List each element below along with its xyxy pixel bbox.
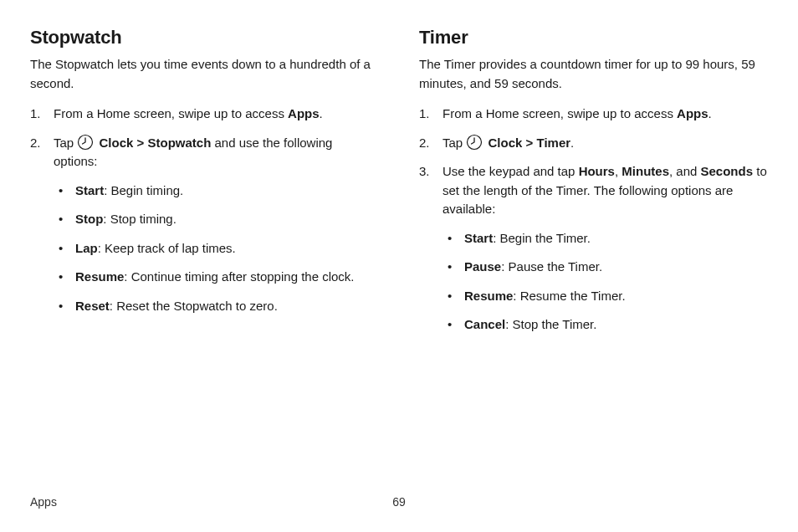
text: Tap <box>442 136 466 150</box>
clock-icon <box>466 134 483 151</box>
list-item: Lap: Keep track of lap times. <box>54 239 379 258</box>
list-item: Resume: Continue timing after stopping t… <box>54 268 379 287</box>
text: From a Home screen, swipe up to access <box>442 106 677 120</box>
option-term: Reset <box>75 299 110 313</box>
column-stopwatch: Stopwatch The Stopwatch lets you time ev… <box>30 27 379 345</box>
page-footer: Apps 69 <box>30 495 768 509</box>
option-desc: : Stop timing. <box>103 212 176 226</box>
list-item: Resume: Resume the Timer. <box>442 287 768 306</box>
page-number: 69 <box>392 495 406 509</box>
option-desc: : Pause the Timer. <box>501 259 602 274</box>
clock-label: Clock <box>489 136 523 150</box>
option-term: Pause <box>464 259 501 274</box>
step-1: From a Home screen, swipe up to access A… <box>30 105 379 124</box>
option-desc: : Continue timing after stopping the clo… <box>124 269 354 284</box>
step-2: Tap Clock > Timer. <box>419 134 768 153</box>
text: Use the keypad and tap <box>442 164 579 178</box>
step-2: Tap Clock > Stopwatch and use the follow… <box>30 134 379 316</box>
text: From a Home screen, swipe up to access <box>54 106 288 120</box>
seconds-label: Seconds <box>701 164 754 178</box>
options-stopwatch: Start: Begin timing. Stop: Stop timing. … <box>54 182 379 316</box>
intro-stopwatch: The Stopwatch lets you time events down … <box>30 55 379 93</box>
option-term: Resume <box>75 269 124 284</box>
text: . <box>320 106 323 120</box>
chevron-icon: > <box>137 136 145 150</box>
options-timer: Start: Begin the Timer. Pause: Pause the… <box>442 229 768 335</box>
option-term: Resume <box>464 289 513 303</box>
footer-section: Apps <box>30 495 57 509</box>
option-desc: : Begin timing. <box>104 183 183 197</box>
step-1: From a Home screen, swipe up to access A… <box>419 105 768 124</box>
steps-timer: From a Home screen, swipe up to access A… <box>419 105 768 335</box>
apps-label: Apps <box>677 106 708 120</box>
heading-timer: Timer <box>419 27 768 49</box>
list-item: Stop: Stop timing. <box>54 210 379 229</box>
hours-label: Hours <box>579 164 615 178</box>
option-desc: : Begin the Timer. <box>493 231 591 245</box>
list-item: Start: Begin the Timer. <box>442 229 768 248</box>
option-term: Start <box>464 231 493 245</box>
heading-stopwatch: Stopwatch <box>30 27 379 49</box>
option-desc: : Stop the Timer. <box>505 317 596 331</box>
clock-icon <box>77 134 94 151</box>
option-desc: : Reset the Stopwatch to zero. <box>110 299 278 313</box>
option-term: Lap <box>75 241 98 255</box>
chevron-icon: > <box>526 136 534 150</box>
intro-timer: The Timer provides a countdown timer for… <box>419 55 768 93</box>
clock-label: Clock <box>100 136 134 150</box>
option-desc: : Resume the Timer. <box>513 289 625 303</box>
list-item: Pause: Pause the Timer. <box>442 258 768 277</box>
minutes-label: Minutes <box>622 164 669 178</box>
column-timer: Timer The Timer provides a countdown tim… <box>419 27 768 345</box>
option-term: Start <box>75 183 104 197</box>
list-item: Cancel: Stop the Timer. <box>442 315 768 335</box>
list-item: Start: Begin timing. <box>54 182 379 201</box>
text: Tap <box>54 136 77 150</box>
steps-stopwatch: From a Home screen, swipe up to access A… <box>30 105 379 315</box>
list-item: Reset: Reset the Stopwatch to zero. <box>54 297 379 316</box>
option-term: Cancel <box>464 317 505 331</box>
text: . <box>708 106 712 120</box>
apps-label: Apps <box>288 106 320 120</box>
text: , and <box>669 164 701 178</box>
option-desc: : Keep track of lap times. <box>98 241 236 255</box>
step-3: Use the keypad and tap Hours, Minutes, a… <box>419 162 768 335</box>
option-term: Stop <box>75 212 103 226</box>
timer-label: Timer <box>537 136 571 150</box>
text: . <box>570 136 574 150</box>
stopwatch-label: Stopwatch <box>148 136 212 150</box>
